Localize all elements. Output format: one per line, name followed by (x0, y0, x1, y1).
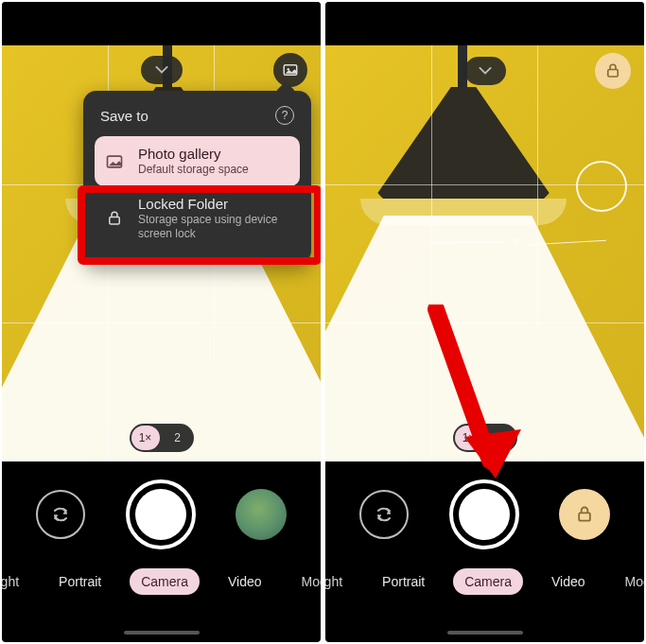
lock-icon (104, 208, 125, 229)
option-subtitle: Storage space using device screen lock (138, 213, 290, 241)
lock-icon (604, 62, 621, 79)
mode-label: Portrait (59, 574, 101, 589)
last-photo-thumbnail[interactable] (236, 489, 287, 540)
flip-camera-button[interactable] (359, 490, 409, 539)
mode-label: Portrait (382, 574, 425, 589)
option-title: Photo gallery (138, 146, 290, 163)
zoom-picker[interactable]: 1× 2 (453, 424, 517, 452)
camera-controls (325, 472, 644, 557)
modes-strip[interactable]: t Sight Portrait Camera Video Modes (2, 563, 321, 600)
home-indicator[interactable] (124, 631, 200, 635)
zoom-2x[interactable]: 2 (164, 426, 192, 450)
flip-camera-icon (373, 503, 395, 526)
status-bar (325, 2, 644, 45)
zoom-1x[interactable]: 1× (131, 426, 160, 450)
grid-line (537, 45, 538, 461)
svg-rect-5 (579, 513, 590, 520)
zoom-2x[interactable]: 2 (487, 426, 515, 450)
zoom-1x-label: 1× (463, 431, 476, 444)
chevron-down-icon (155, 66, 168, 74)
zoom-1x[interactable]: 1× (455, 426, 483, 450)
mode-modes[interactable]: Modes (290, 568, 321, 595)
camera-controls (2, 472, 321, 557)
phone-right: 6° 1× 2 (325, 2, 644, 642)
modes-strip[interactable]: t Sight Portrait Camera Video Modes (325, 563, 644, 600)
image-icon (104, 151, 125, 172)
level-indicator: 6° (429, 236, 606, 248)
locked-folder-thumbnail[interactable] (559, 489, 610, 540)
mode-label: Camera (464, 574, 512, 589)
mode-modes[interactable]: Modes (614, 568, 644, 595)
help-icon: ? (282, 109, 288, 122)
grid-line (2, 322, 321, 323)
zoom-picker[interactable]: 1× 2 (130, 424, 194, 452)
mode-label: Modes (302, 574, 321, 589)
lock-icon (575, 505, 594, 524)
flip-camera-icon (49, 503, 72, 526)
svg-rect-4 (608, 70, 619, 78)
mode-portrait[interactable]: Portrait (371, 568, 436, 595)
shutter-inner (459, 489, 510, 540)
svg-rect-3 (110, 218, 120, 225)
mode-night-sight[interactable]: t Sight (325, 568, 354, 595)
shutter-inner (135, 489, 186, 540)
save-option-photo-gallery[interactable]: Photo gallery Default storage space (95, 136, 300, 186)
status-bar (2, 2, 321, 45)
settings-dropdown-button[interactable] (141, 56, 183, 84)
shutter-button[interactable] (126, 479, 196, 549)
shutter-button[interactable] (449, 479, 519, 549)
phone-left: 1× 2 Save to ? Photo gallery Default sto… (2, 2, 321, 642)
mode-label: t Sight (325, 574, 342, 589)
chevron-down-icon (479, 67, 492, 75)
level-angle-value: 6° (513, 236, 523, 248)
mode-camera[interactable]: Camera (130, 568, 200, 595)
mode-label: Camera (141, 574, 188, 589)
screenshot-pair: 1× 2 Save to ? Photo gallery Default sto… (0, 0, 646, 644)
mode-label: Video (228, 574, 262, 589)
mode-label: t Sight (2, 574, 19, 589)
grid-line (325, 322, 644, 323)
mode-label: Video (551, 574, 585, 589)
home-indicator[interactable] (447, 631, 523, 635)
zoom-1x-label: 1× (139, 431, 152, 444)
gallery-save-target-button[interactable] (273, 53, 307, 87)
help-button[interactable]: ? (275, 106, 294, 125)
mode-night-sight[interactable]: t Sight (2, 568, 30, 595)
settings-dropdown-button[interactable] (464, 57, 506, 85)
option-title: Locked Folder (138, 196, 290, 213)
zoom-2x-label: 2 (174, 431, 181, 444)
popover-title: Save to (100, 108, 148, 124)
mode-label: Modes (625, 574, 644, 589)
zoom-2x-label: 2 (498, 431, 504, 444)
mode-camera[interactable]: Camera (453, 568, 523, 595)
save-option-locked-folder[interactable]: Locked Folder Storage space using device… (95, 186, 300, 251)
flip-camera-button[interactable] (36, 490, 85, 539)
locked-folder-indicator[interactable] (595, 53, 631, 89)
option-subtitle: Default storage space (138, 163, 290, 177)
mode-portrait[interactable]: Portrait (47, 568, 113, 595)
save-to-popover: Save to ? Photo gallery Default storage … (83, 91, 311, 264)
image-icon (282, 61, 299, 78)
mode-video[interactable]: Video (540, 568, 597, 595)
grid-line (431, 45, 432, 461)
camera-viewfinder[interactable]: 6° 1× 2 (325, 45, 644, 461)
mode-video[interactable]: Video (217, 568, 273, 595)
focus-ring (576, 161, 627, 212)
